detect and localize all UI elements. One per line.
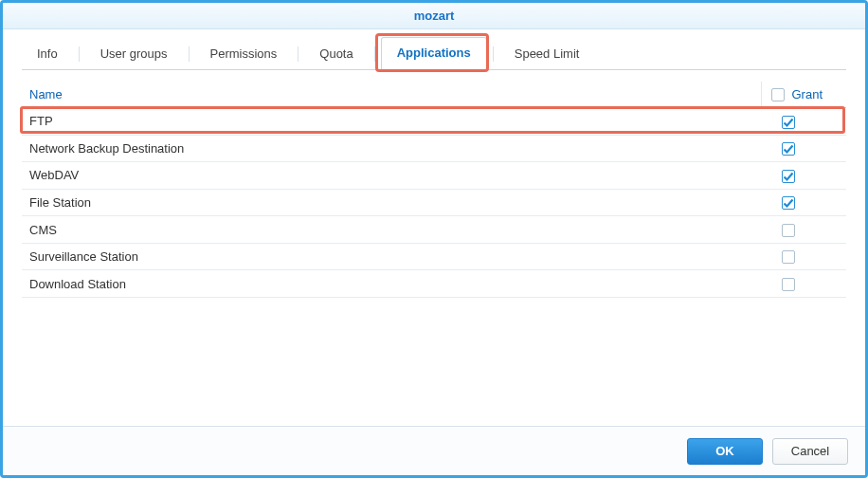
applications-table: Name Grant FTPNetwork Backup Destination…: [22, 82, 846, 298]
content-area: Name Grant FTPNetwork Backup Destination…: [3, 70, 865, 426]
tab-applications[interactable]: Applications: [381, 37, 487, 70]
app-name-cell: FTP: [22, 108, 761, 136]
grant-checkbox[interactable]: [782, 196, 795, 210]
table-row[interactable]: File Station: [22, 189, 846, 216]
window-title: mozart: [414, 9, 455, 23]
dialog-window: mozart InfoUser groupsPermissionsQuotaAp…: [0, 0, 868, 478]
grant-cell: [761, 216, 846, 244]
table-row[interactable]: Network Backup Destination: [22, 135, 846, 162]
tab-separator: [79, 46, 80, 62]
app-name-cell: WebDAV: [22, 162, 761, 190]
column-header-name-label: Name: [29, 87, 63, 101]
cancel-button-label: Cancel: [791, 444, 829, 458]
ok-button-label: OK: [715, 444, 734, 458]
table-row[interactable]: WebDAV: [22, 162, 846, 190]
grant-all-checkbox[interactable]: [771, 88, 785, 101]
tab-separator: [298, 46, 298, 62]
tab-user-groups[interactable]: User groups: [85, 39, 183, 70]
cancel-button[interactable]: Cancel: [772, 438, 848, 465]
column-header-name[interactable]: Name: [22, 82, 761, 108]
grant-checkbox[interactable]: [782, 170, 795, 183]
app-name-cell: File Station: [22, 189, 761, 216]
grant-checkbox[interactable]: [782, 278, 795, 291]
tab-info[interactable]: Info: [22, 39, 73, 70]
grant-checkbox[interactable]: [782, 116, 795, 129]
column-header-grant[interactable]: Grant: [761, 82, 846, 108]
app-name-cell: Surveillance Station: [22, 243, 761, 270]
table-row[interactable]: FTP: [22, 108, 846, 136]
app-name-cell: Download Station: [22, 270, 761, 298]
tab-bar: InfoUser groupsPermissionsQuotaApplicati…: [3, 29, 865, 70]
window-titlebar: mozart: [3, 3, 865, 29]
tab-separator: [493, 46, 494, 62]
grant-cell: [761, 189, 846, 216]
tab-separator: [189, 46, 190, 62]
dialog-footer: OK Cancel: [3, 426, 865, 475]
grant-cell: [761, 270, 846, 298]
tab-quota[interactable]: Quota: [304, 39, 368, 70]
tab-speed-limit[interactable]: Speed Limit: [499, 39, 595, 70]
table-row[interactable]: Surveillance Station: [22, 243, 846, 270]
grant-cell: [761, 162, 846, 190]
app-name-cell: Network Backup Destination: [22, 135, 761, 162]
grant-cell: [761, 135, 846, 162]
grant-cell: [761, 243, 846, 270]
tab-separator: [374, 46, 375, 62]
ok-button[interactable]: OK: [687, 438, 763, 465]
app-name-cell: CMS: [22, 216, 761, 244]
column-header-grant-label: Grant: [792, 87, 823, 101]
grant-checkbox[interactable]: [782, 142, 795, 156]
table-row[interactable]: CMS: [22, 216, 846, 244]
grant-checkbox[interactable]: [782, 250, 795, 264]
grant-checkbox[interactable]: [782, 224, 795, 237]
grant-cell: [761, 108, 846, 136]
table-row[interactable]: Download Station: [22, 270, 846, 298]
tab-permissions[interactable]: Permissions: [195, 39, 293, 70]
